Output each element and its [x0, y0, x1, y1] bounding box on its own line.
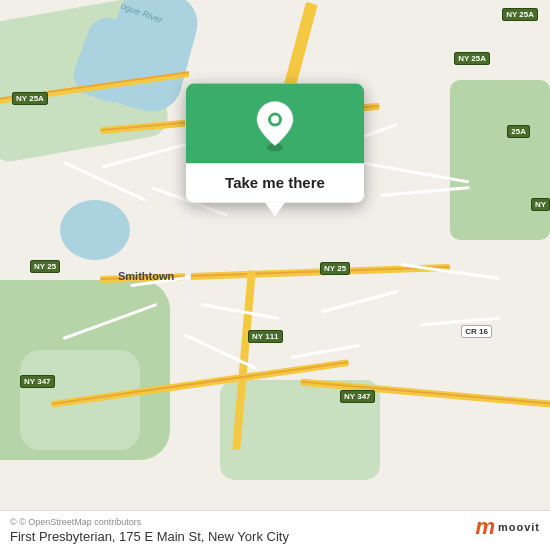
take-me-there-button[interactable]: Take me there: [186, 164, 364, 203]
shield-ny347-se: NY 347: [340, 390, 375, 403]
location-pin-icon: [253, 100, 297, 152]
attribution-symbol: ©: [10, 517, 17, 527]
park-area-right: [450, 80, 550, 240]
shield-ny111: NY 111: [248, 330, 283, 343]
map-container: ogue River NY 25A NY 25A NY 25A 25A NY 2…: [0, 0, 550, 550]
shield-ny25-w: NY 25: [30, 260, 60, 273]
popup-card: Take me there: [186, 84, 364, 203]
shield-ny25a-ne-top: NY 25A: [502, 8, 538, 21]
attribution: © © OpenStreetMap contributors: [10, 517, 540, 527]
popup-pointer: [265, 203, 285, 217]
river3: [60, 200, 130, 260]
location-title: First Presbyterian, 175 E Main St, New Y…: [10, 529, 540, 544]
shield-ny25-e: NY 25: [320, 262, 350, 275]
shield-ny25a-e: 25A: [507, 125, 530, 138]
moovit-wordmark: moovit: [498, 521, 540, 533]
shield-ny-right: NY: [531, 198, 550, 211]
popup-header: [186, 84, 364, 164]
attribution-text: © OpenStreetMap contributors: [19, 517, 141, 527]
shield-ny25a-nw: NY 25A: [12, 92, 48, 105]
moovit-m-letter: m: [475, 516, 495, 538]
bottom-bar: © © OpenStreetMap contributors First Pre…: [0, 510, 550, 550]
moovit-logo: m moovit: [475, 516, 540, 538]
shield-cr16: CR 16: [461, 325, 492, 338]
shield-ny25a-mid: NY 25A: [454, 52, 490, 65]
svg-point-2: [271, 116, 279, 124]
smithtown-label: Smithtown: [118, 270, 174, 282]
shield-ny347-sw: NY 347: [20, 375, 55, 388]
